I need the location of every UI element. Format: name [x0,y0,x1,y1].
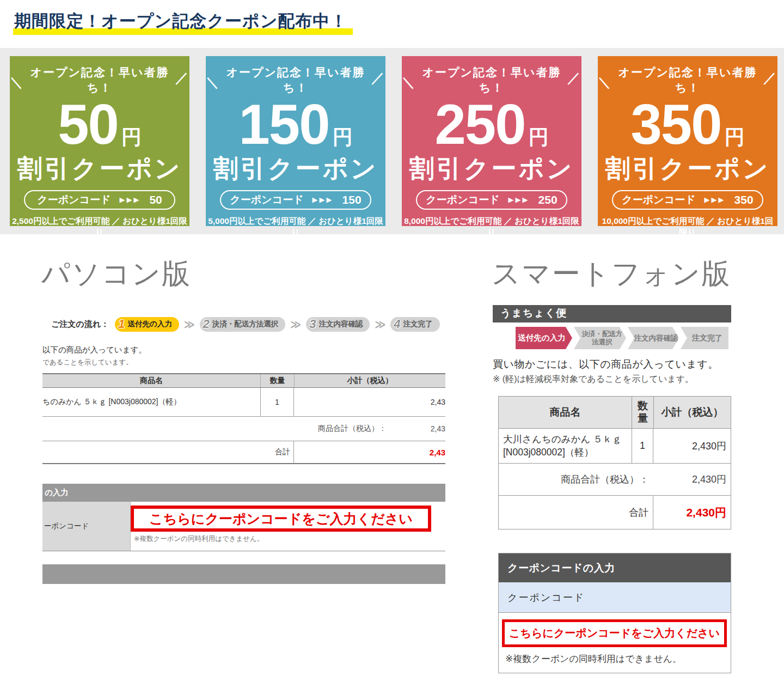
coupon-code-label: クーポンコード [37,193,111,207]
coupon-amount-number: 350 [631,96,721,153]
coupon-amount-yen: 円 [332,127,352,147]
grand-total-value: 2,430円 [653,496,731,529]
coupon-code-label: クーポンコード [426,193,499,207]
step-number: 4 [394,318,400,330]
subtotal-cell: 2,430円 [653,429,731,463]
flow-step-3: 3 注文内容確認 [306,317,370,332]
coupon-amount: 50 円 [10,96,189,153]
decorative-slash-left: ＼ [402,74,416,91]
triple-arrow-icon: ▶▶▶ [119,196,140,204]
coupon-header-text: オープン記念！早い者勝ち！ [27,65,172,95]
coupon-condition: 10,000円以上でご利用可能 ／ おひとり様1回限り [598,216,777,239]
pc-cart-note: 以下の商品が入っています。 [42,345,146,355]
coupon-amount-number: 250 [435,96,525,153]
step-label: 送付先の入力 [127,319,171,329]
coupon-amount-yen: 円 [724,127,744,147]
coupon-card-header: ＼ オープン記念！早い者勝ち！ ／ [598,65,777,95]
flow-step-2: 決済・配送方法選択 [574,327,626,349]
coupon-code-pill: クーポンコード ▶▶▶ 150 [220,190,371,210]
column-header-qty: 数量 [632,397,653,428]
items-total-label: 商品合計（税込）： [561,473,649,486]
column-header-qty: 数量 [260,374,294,387]
chevron-separator-icon: ≫ [290,318,301,331]
coupon-code-label: クーポンコード [230,193,303,207]
column-header-product: 商品名 [42,374,260,387]
grand-total-value: 2,43 [294,441,445,463]
coupon-restriction-note: ※複数クーポンの同時利用はできません。 [505,653,725,665]
coupon-card-header: ＼ オープン記念！早い者勝ち！ ／ [206,65,385,95]
order-flow-label: ご注文の流れ： [51,319,109,330]
step-label: 決済・配送方法選択 [212,319,279,329]
grand-total-label: 合計 [42,441,294,463]
column-header-subtotal: 小計（税込） [653,397,731,428]
items-total-value: 2,430円 [649,473,731,486]
coupon-condition: 2,500円以上でご利用可能 ／ おひとり様1回限り [10,216,189,239]
coupon-discount-label: 割引クーポン [206,155,385,182]
decorative-slash-right: ／ [371,69,385,87]
coupon-code-field-label: ーポンコード [42,502,131,551]
sp-coupon-section: クーポンコードの入力 クーポンコード こちらにクーポンコードをご入力ください ※… [498,553,731,673]
coupon-card-header: ＼ オープン記念！早い者勝ち！ ／ [10,65,189,95]
sp-cart-table: 商品名 数量 小計（税込） 大川さんちのみかん ５ｋｇ [N003j080002… [498,396,731,529]
coupon-code-pill: クーポンコード ▶▶▶ 50 [24,190,175,210]
column-header-subtotal: 小計（税込） [294,374,445,387]
coupon-discount-label: 割引クーポン [10,155,189,182]
coupon-callout-text: こちらにクーポンコードをご入力ください [149,510,413,528]
quantity-cell: 1 [632,429,653,463]
grand-total-label: 合計 [499,496,653,529]
coupon-header-text: オープン記念！早い者勝ち！ [615,65,760,95]
coupon-discount-label: 割引クーポン [402,155,581,182]
table-row: ちのみかん ５ｋｇ [N003j080002]（軽） 1 2,43 [42,388,445,417]
pc-section-heading: パソコン版 [41,255,191,293]
decorative-slash-left: ＼ [10,74,24,91]
sp-coupon-section-header: クーポンコードの入力 [499,553,731,582]
sp-cart-note: 買い物かごには、以下の商品が入っています。 [493,357,719,372]
table-header-row: 商品名 数量 小計（税込） [499,397,731,429]
pc-coupon-section-header: の入力 [42,484,445,502]
coupon-amount: 250 円 [402,96,581,153]
coupon-callout-box: こちらにクーポンコードをご入力ください [131,506,431,532]
flow-step-4: 注文完了 [681,327,728,349]
items-total-row: 商品合計（税込）： 2,43 [42,417,445,441]
coupon-amount: 350 円 [598,96,777,153]
coupon-amount-number: 50 [58,96,118,153]
flow-step-1: 送付先の入力 [516,327,572,349]
coupon-code-value: 250 [538,193,558,206]
coupon-input-area: こちらにクーポンコードをご入力ください ※複数クーポンの同時利用はできません。 [499,613,731,673]
step-number: 3 [309,318,316,330]
grand-total-row: 合計 2,430円 [499,496,731,529]
coupon-code-pill: クーポンコード ▶▶▶ 250 [416,190,567,210]
step-number: 1 [118,318,125,330]
items-total-value: 2,43 [387,424,445,433]
items-total-label: 商品合計（税込）： [318,424,387,434]
chevron-separator-icon: ≫ [184,318,195,331]
coupon-code-label: クーポンコード [622,193,695,207]
decorative-slash-left: ＼ [206,74,220,91]
pc-cart-table: 商品名 数量 小計（税込） ちのみかん ５ｋｇ [N003j080002]（軽）… [42,373,445,464]
decorative-slash-right: ／ [567,69,581,87]
pc-order-flow: ご注文の流れ： 1 送付先の入力 ≫ 2 決済・配送方法選択 ≫ 3 注文内容確… [51,316,440,332]
coupon-discount-label: 割引クーポン [598,155,777,182]
coupon-header-text: オープン記念！早い者勝ち！ [223,65,368,95]
triple-arrow-icon: ▶▶▶ [509,196,530,204]
coupon-amount-yen: 円 [528,127,548,147]
coupon-code-field-label: クーポンコード [499,582,731,613]
coupon-amount: 150 円 [206,96,385,153]
coupon-code-value: 50 [149,193,162,206]
page-title: 期間限定！オープン記念クーポン配布中！ [13,8,353,36]
coupon-code-value: 150 [342,193,362,206]
chevron-separator-icon: ≫ [375,318,385,331]
sp-section-heading: スマートフォン版 [492,255,731,293]
pc-coupon-input-row: ーポンコード こちらにクーポンコードをご入力ください ※複数クーポンの同時利用は… [42,502,445,551]
items-total-row: 商品合計（税込）： 2,430円 [499,464,731,496]
decorative-slash-left: ＼ [598,74,612,91]
quantity-cell: 1 [260,388,294,416]
triple-arrow-icon: ▶▶▶ [313,196,334,204]
triple-arrow-icon: ▶▶▶ [705,196,726,204]
coupon-card-150: ＼ オープン記念！早い者勝ち！ ／ 150 円 割引クーポン クーポンコード ▶… [206,56,385,226]
sp-order-flow: 送付先の入力 決済・配送方法選択 注文内容確認 注文完了 [516,327,728,349]
column-header-product: 商品名 [499,397,632,428]
step-label: 注文完了 [403,319,433,329]
flow-step-2: 2 決済・配送方法選択 [200,317,286,332]
flow-step-1: 1 送付先の入力 [115,317,179,332]
